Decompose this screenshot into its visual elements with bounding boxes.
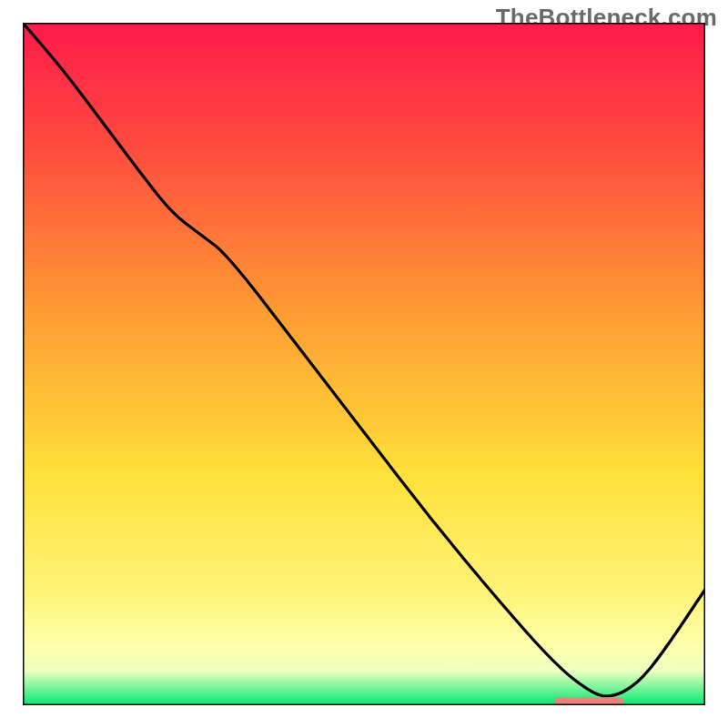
chart-svg (23, 23, 705, 705)
gradient-background (23, 23, 705, 705)
chart-plot-area (23, 23, 705, 705)
chart-stage: TheBottleneck.com (0, 0, 728, 728)
optimal-range-marker (555, 698, 623, 705)
